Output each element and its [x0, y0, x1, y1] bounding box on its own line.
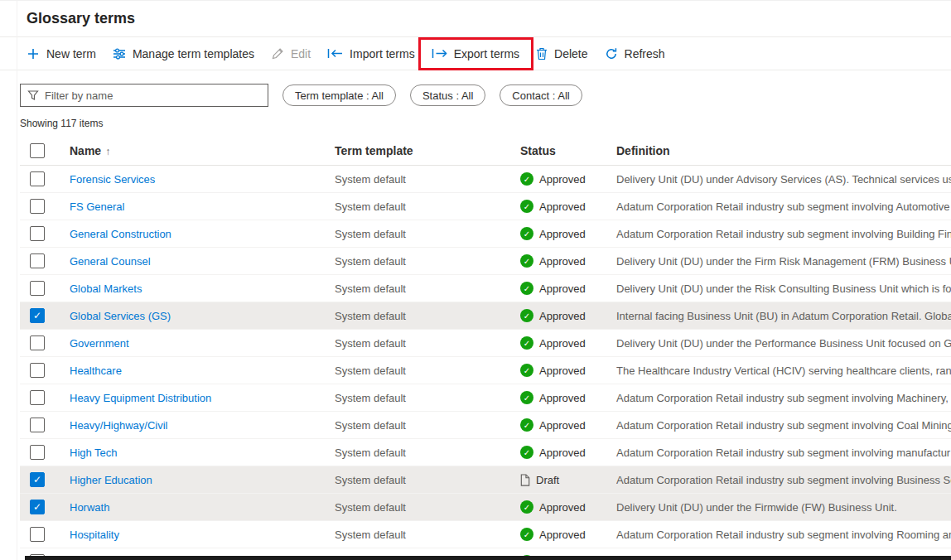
status-filter-pill[interactable]: Status : All: [410, 84, 485, 106]
term-name-link[interactable]: Heavy/Highway/Civil: [70, 419, 167, 432]
term-name-link[interactable]: Horwath: [70, 501, 109, 514]
term-template-filter-pill[interactable]: Term template : All: [282, 84, 396, 106]
import-terms-button[interactable]: Import terms: [319, 41, 423, 67]
table-row[interactable]: ✓HorwathSystem default✓ApprovedDelivery …: [20, 494, 951, 521]
table-row[interactable]: ✓Global Services (GS)System default✓Appr…: [20, 302, 951, 330]
filter-row: Term template : All Status : All Contact…: [0, 70, 951, 107]
row-checkbox[interactable]: [30, 226, 45, 241]
title-bar: Glossary terms: [0, 1, 951, 37]
term-template-cell: System default: [335, 419, 520, 432]
status-cell: ✓Approved: [520, 500, 616, 514]
header-checkbox-cell: [20, 143, 70, 158]
definition-cell: Adatum Corporation Retail industry sub s…: [616, 474, 951, 486]
import-arrow-icon: [327, 48, 343, 59]
table-row[interactable]: General CounselSystem default✓ApprovedDe…: [20, 248, 951, 275]
table-row[interactable]: GovernmentSystem default✓ApprovedDeliver…: [20, 330, 951, 357]
approved-icon: ✓: [520, 364, 533, 377]
definition-cell: Delivery Unit (DU) under the Firmwide (F…: [616, 501, 951, 514]
import-terms-label: Import terms: [350, 47, 415, 60]
approved-icon: ✓: [520, 200, 533, 213]
column-header-status[interactable]: Status: [520, 144, 616, 157]
delete-button[interactable]: Delete: [528, 41, 596, 67]
export-terms-label: Export terms: [454, 47, 519, 60]
table-row[interactable]: General ConstructionSystem default✓Appro…: [20, 220, 951, 248]
term-template-cell: System default: [335, 501, 520, 514]
status-label: Approved: [539, 228, 586, 240]
table-row[interactable]: Heavy/Highway/CivilSystem default✓Approv…: [20, 412, 951, 439]
edit-button[interactable]: Edit: [263, 41, 319, 67]
sliders-icon: [113, 47, 126, 60]
term-name-link[interactable]: General Counsel: [70, 255, 151, 268]
approved-icon: ✓: [520, 309, 533, 322]
row-checkbox[interactable]: [30, 445, 45, 460]
term-name-link[interactable]: Higher Education: [70, 474, 152, 486]
term-template-cell: System default: [335, 200, 520, 213]
new-term-button[interactable]: New term: [18, 41, 104, 67]
term-name-link[interactable]: High Tech: [70, 447, 118, 459]
row-checkbox[interactable]: [30, 336, 45, 350]
row-checkbox[interactable]: [30, 199, 45, 214]
term-name-link[interactable]: Heavy Equipment Distribution: [70, 392, 211, 404]
status-label: Approved: [539, 501, 586, 514]
column-header-term-template[interactable]: Term template: [335, 144, 520, 157]
export-arrow-icon: [432, 48, 447, 59]
column-header-definition[interactable]: Definition: [616, 144, 951, 157]
status-cell: ✓Approved: [520, 336, 616, 350]
select-all-checkbox[interactable]: [30, 143, 45, 158]
row-checkbox[interactable]: [30, 390, 45, 405]
row-checkbox[interactable]: [30, 171, 45, 186]
funnel-filter-icon: [27, 89, 39, 101]
approved-icon: ✓: [520, 172, 533, 186]
row-checkbox[interactable]: [30, 253, 45, 268]
row-checkbox[interactable]: [30, 418, 45, 432]
status-cell: ✓Approved: [520, 282, 616, 295]
term-template-cell: System default: [335, 529, 520, 541]
term-template-cell: System default: [335, 392, 520, 404]
approved-icon: ✓: [520, 446, 533, 459]
table-row[interactable]: ✓Higher EducationSystem defaultDraftAdat…: [20, 466, 951, 494]
table-row[interactable]: HospitalitySystem default✓ApprovedAdatum…: [20, 521, 951, 548]
term-name-link[interactable]: General Construction: [70, 228, 171, 240]
table-row[interactable]: HealthcareSystem default✓ApprovedThe Hea…: [20, 357, 951, 384]
row-checkbox[interactable]: ✓: [30, 472, 45, 487]
row-checkbox[interactable]: [30, 363, 45, 378]
status-cell: ✓Approved: [520, 391, 616, 404]
table-row[interactable]: Forensic ServicesSystem default✓Approved…: [20, 166, 951, 193]
column-header-name[interactable]: Name↑: [70, 144, 335, 157]
status-label: Draft: [536, 474, 559, 486]
table-row[interactable]: FS GeneralSystem default✓ApprovedAdatum …: [20, 193, 951, 220]
table-header-row: Name↑ Term template Status Definition: [20, 136, 951, 166]
trash-icon: [536, 47, 548, 60]
status-cell: ✓Approved: [520, 446, 616, 459]
plus-icon: [27, 47, 40, 60]
term-name-link[interactable]: Global Services (GS): [70, 310, 171, 322]
definition-cell: Adatum Corporation Retail industry sub s…: [616, 200, 951, 213]
row-checkbox[interactable]: ✓: [30, 500, 45, 514]
row-checkbox[interactable]: ✓: [30, 308, 45, 323]
term-name-link[interactable]: Global Markets: [70, 282, 142, 295]
term-name-link[interactable]: Healthcare: [70, 364, 122, 377]
table-row[interactable]: Heavy Equipment DistributionSystem defau…: [20, 384, 951, 412]
term-name-link[interactable]: Government: [70, 337, 129, 350]
term-template-cell: System default: [335, 364, 520, 377]
draft-icon: [520, 474, 530, 486]
approved-icon: ✓: [520, 227, 533, 240]
row-checkbox[interactable]: [30, 527, 45, 542]
export-terms-button[interactable]: Export terms: [423, 41, 528, 67]
term-template-cell: System default: [335, 228, 520, 240]
term-name-link[interactable]: Hospitality: [70, 529, 119, 541]
row-checkbox[interactable]: [30, 281, 45, 296]
contact-filter-pill[interactable]: Contact : All: [500, 84, 582, 106]
approved-icon: ✓: [520, 336, 533, 350]
term-template-cell: System default: [335, 474, 520, 486]
manage-term-templates-button[interactable]: Manage term templates: [104, 41, 263, 67]
table-row[interactable]: Global MarketsSystem default✓ApprovedDel…: [20, 275, 951, 302]
definition-cell: Adatum Corporation Retail industry sub s…: [616, 447, 951, 459]
filter-by-name-input[interactable]: [45, 89, 261, 102]
definition-cell: Internal facing Business Unit (BU) in Ad…: [616, 310, 951, 322]
term-name-link[interactable]: Forensic Services: [70, 173, 155, 186]
table-row[interactable]: High TechSystem default✓ApprovedAdatum C…: [20, 439, 951, 466]
refresh-button[interactable]: Refresh: [596, 41, 673, 67]
definition-cell: Adatum Corporation Retail industry sub s…: [616, 228, 951, 240]
term-name-link[interactable]: FS General: [70, 200, 124, 213]
